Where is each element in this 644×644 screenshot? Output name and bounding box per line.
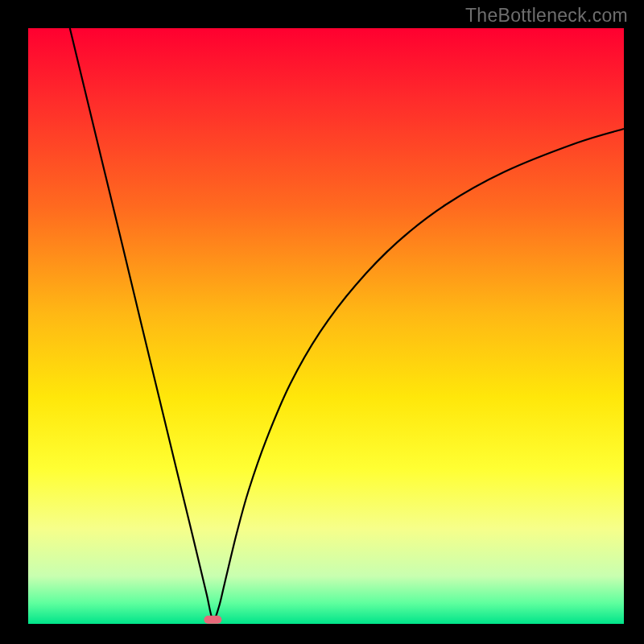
watermark-text: TheBottleneck.com <box>465 5 628 27</box>
svg-rect-0 <box>204 616 221 624</box>
chart-svg <box>0 0 644 644</box>
plot-background <box>28 28 624 624</box>
chart-frame: TheBottleneck.com <box>0 0 644 644</box>
curve-minimum-marker <box>204 616 221 624</box>
